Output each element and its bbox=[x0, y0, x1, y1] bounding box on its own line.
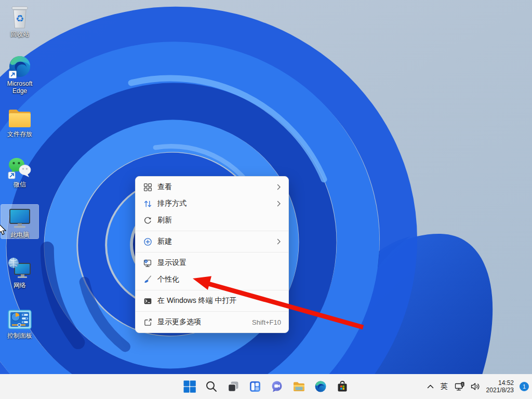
menu-item-label: 查看 bbox=[157, 182, 172, 192]
taskbar: 英 14:52 2021/8/23 1 bbox=[0, 374, 532, 399]
menu-item-label: 刷新 bbox=[157, 216, 172, 225]
chat-button[interactable] bbox=[266, 376, 288, 397]
chevron-right-icon bbox=[277, 184, 281, 190]
menu-item-label: 新建 bbox=[157, 237, 172, 246]
menu-item-show-more-options[interactable]: 显示更多选项 Shift+F10 bbox=[136, 314, 288, 330]
menu-separator bbox=[136, 290, 288, 290]
taskbar-tray: 英 14:52 2021/8/23 1 bbox=[427, 374, 529, 399]
desktop-icon-edge[interactable]: Microsoft Edge bbox=[1, 54, 38, 95]
paintbrush-icon bbox=[142, 275, 153, 284]
desktop-icon-recycle-bin[interactable]: ♻ 回收站 bbox=[1, 4, 38, 38]
menu-separator bbox=[136, 231, 288, 231]
clock-time: 14:52 bbox=[486, 379, 514, 387]
windows-logo-icon bbox=[183, 380, 196, 393]
folder-icon bbox=[292, 380, 305, 393]
volume-tray-button[interactable] bbox=[471, 382, 481, 391]
desktop-context-menu: 查看 排序方式 刷新 bbox=[135, 176, 289, 333]
speaker-icon bbox=[471, 382, 481, 391]
chevron-up-icon bbox=[427, 384, 434, 389]
chevron-right-icon bbox=[277, 201, 281, 207]
desktop-icon-label: 网络 bbox=[14, 282, 26, 289]
search-button[interactable] bbox=[201, 376, 222, 397]
menu-item-label: 排序方式 bbox=[157, 199, 187, 208]
menu-item-sort-by[interactable]: 排序方式 bbox=[136, 195, 288, 212]
menu-item-view[interactable]: 查看 bbox=[136, 179, 288, 195]
chevron-right-icon bbox=[277, 238, 281, 245]
refresh-icon bbox=[142, 216, 153, 225]
network-tray-button[interactable] bbox=[455, 382, 465, 391]
edge-browser-button[interactable] bbox=[310, 376, 331, 397]
microsoft-store-button[interactable] bbox=[331, 376, 353, 397]
display-settings-icon bbox=[142, 258, 153, 268]
menu-separator bbox=[136, 311, 288, 312]
monitor-icon bbox=[8, 205, 32, 230]
menu-item-new[interactable]: 新建 bbox=[136, 233, 288, 250]
desktop-icon-label: 微信 bbox=[14, 181, 26, 188]
menu-item-label: 显示更多选项 bbox=[157, 317, 201, 327]
menu-item-personalize[interactable]: 个性化 bbox=[136, 271, 288, 288]
control-panel-icon bbox=[8, 305, 32, 330]
menu-item-refresh[interactable]: 刷新 bbox=[136, 212, 288, 229]
search-icon bbox=[205, 380, 218, 393]
desktop-icon-label: 此电脑 bbox=[10, 231, 29, 238]
desktop-icon-label: 回收站 bbox=[10, 31, 29, 38]
task-view-button[interactable] bbox=[222, 376, 244, 397]
edge-icon bbox=[314, 380, 327, 393]
grid-icon bbox=[142, 182, 153, 192]
edge-icon bbox=[8, 54, 32, 78]
desktop-icon-label: Microsoft Edge bbox=[1, 80, 38, 95]
desktop-icon-this-pc[interactable]: 此电脑 bbox=[1, 205, 38, 238]
network-globe-icon bbox=[8, 255, 32, 280]
widgets-icon bbox=[249, 380, 261, 393]
recycle-bin-icon: ♻ bbox=[9, 4, 30, 29]
ime-indicator[interactable]: 英 bbox=[440, 382, 449, 391]
menu-item-open-in-terminal[interactable]: 在 Windows 终端 中打开 bbox=[136, 292, 288, 309]
expand-icon bbox=[142, 317, 153, 327]
menu-item-label: 在 Windows 终端 中打开 bbox=[157, 296, 236, 305]
desktop-icon-label: 控制面板 bbox=[7, 332, 32, 339]
desktop-icon-wechat[interactable]: 微信 bbox=[1, 154, 38, 188]
desktop-icon-file-storage[interactable]: 文件存放 bbox=[1, 104, 38, 138]
plus-circle-icon bbox=[142, 237, 153, 246]
taskbar-center-buttons bbox=[179, 374, 353, 399]
start-button[interactable] bbox=[179, 376, 201, 397]
desktop-icon-control-panel[interactable]: 控制面板 bbox=[1, 305, 38, 339]
notification-badge[interactable]: 1 bbox=[520, 382, 529, 391]
widgets-button[interactable] bbox=[244, 376, 266, 397]
terminal-icon bbox=[142, 296, 153, 305]
menu-separator bbox=[136, 252, 288, 252]
menu-item-label: 显示设置 bbox=[157, 258, 187, 268]
desktop-icon-network[interactable]: 网络 bbox=[1, 255, 38, 289]
menu-item-label: 个性化 bbox=[157, 275, 179, 284]
task-view-icon bbox=[227, 380, 240, 393]
file-explorer-button[interactable] bbox=[288, 376, 310, 397]
tray-chevron-up-button[interactable] bbox=[427, 384, 434, 389]
clock[interactable]: 14:52 2021/8/23 bbox=[486, 379, 514, 394]
store-bag-icon bbox=[336, 380, 349, 393]
svg-text:♻: ♻ bbox=[16, 14, 24, 24]
desktop-icon-label: 文件存放 bbox=[7, 130, 32, 138]
ethernet-network-icon bbox=[455, 382, 465, 391]
wechat-icon bbox=[8, 154, 32, 179]
folder-icon bbox=[7, 104, 32, 129]
clock-date: 2021/8/23 bbox=[486, 387, 514, 394]
desktop: ♻ 回收站 Microsoft Edge bbox=[0, 0, 532, 399]
menu-item-display-settings[interactable]: 显示设置 bbox=[136, 255, 288, 271]
shortcut-arrow-icon bbox=[9, 71, 17, 78]
chat-camera-icon bbox=[271, 380, 283, 393]
sort-arrows-icon bbox=[142, 199, 153, 208]
menu-item-shortcut: Shift+F10 bbox=[252, 318, 281, 326]
